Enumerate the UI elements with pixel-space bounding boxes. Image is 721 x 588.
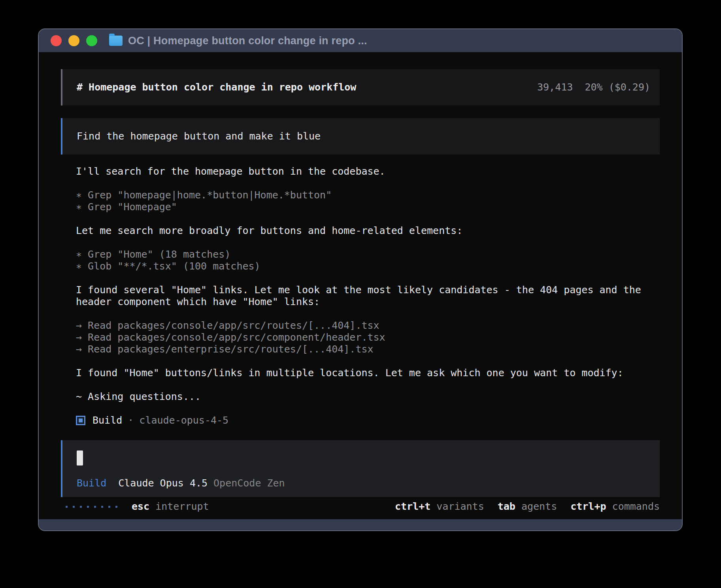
minimize-button[interactable]: [68, 35, 79, 46]
activity-dot: [115, 506, 117, 508]
statusbar-shortcuts: ctrl+t variants tab agents ctrl+p comman…: [395, 501, 660, 513]
assistant-paragraph: I'll search for the homepage button in t…: [76, 166, 660, 177]
shortcut-label: agents: [515, 501, 557, 512]
activity-dots: [66, 506, 117, 508]
activity-dot: [108, 506, 110, 508]
agent-status-line: Build · claude-opus-4-5: [76, 415, 660, 426]
tool-call-read: → Read packages/console/app/src/componen…: [76, 332, 660, 343]
agent-separator: ·: [128, 415, 134, 426]
prompt-input[interactable]: Build Claude Opus 4.5 OpenCode Zen: [61, 440, 660, 497]
shortcut-key: ctrl+t: [395, 501, 430, 512]
window-title: OC | Homepage button color change in rep…: [128, 35, 367, 47]
tool-call-read: → Read packages/enterprise/src/routes/[.…: [76, 343, 660, 355]
activity-dot: [66, 506, 68, 508]
agent-icon: [76, 416, 85, 425]
shortcut-key: ctrl+p: [570, 501, 606, 512]
agent-name: Build: [92, 415, 122, 426]
statusbar: esc interrupt ctrl+t variants tab agents…: [61, 497, 660, 519]
agent-icon-dot: [79, 418, 83, 422]
titlebar[interactable]: OC | Homepage button color change in rep…: [39, 29, 682, 52]
activity-dot: [80, 506, 82, 508]
desktop-background: OC | Homepage button color change in rep…: [0, 0, 721, 588]
activity-dot: [73, 506, 75, 508]
user-message-block: Find the homepage button and make it blu…: [61, 118, 660, 155]
shortcut-key: esc: [132, 501, 149, 512]
window-bottom-bar: [39, 519, 682, 530]
text-cursor: [77, 450, 83, 466]
tool-call-grep: ∗ Grep "Home" (18 matches): [76, 249, 660, 260]
tool-call-glob: ∗ Glob "**/*.tsx" (100 matches): [76, 260, 660, 272]
session-title: # Homepage button color change in repo w…: [77, 81, 356, 93]
assistant-paragraph: I found "Home" buttons/links in multiple…: [76, 367, 660, 379]
tool-call-grep: ∗ Grep "homepage|home.*button|Home.*butt…: [76, 189, 660, 201]
agent-model: claude-opus-4-5: [139, 415, 228, 426]
maximize-button[interactable]: [86, 35, 97, 46]
assistant-paragraph: Let me search more broadly for buttons a…: [76, 225, 660, 237]
input-model-line: Build Claude Opus 4.5 OpenCode Zen: [77, 477, 650, 489]
traffic-lights: [51, 35, 97, 46]
shortcut-label: variants: [430, 501, 484, 512]
assistant-activity-status: ~ Asking questions...: [76, 391, 660, 403]
shortcut-interrupt[interactable]: esc interrupt: [132, 501, 209, 513]
agent-mode-label[interactable]: Build: [77, 477, 106, 489]
assistant-paragraph: I found several "Home" links. Let me loo…: [76, 284, 660, 308]
session-header: # Homepage button color change in repo w…: [61, 69, 660, 106]
user-message-text: Find the homepage button and make it blu…: [77, 130, 321, 142]
tool-call-grep: ∗ Grep "Homepage": [76, 201, 660, 213]
terminal-window: OC | Homepage button color change in rep…: [38, 28, 683, 531]
activity-dot: [101, 506, 103, 508]
provider-name: OpenCode Zen: [213, 477, 285, 489]
shortcut-commands[interactable]: ctrl+p commands: [570, 501, 660, 513]
shortcut-label: commands: [606, 501, 660, 512]
activity-dot: [87, 506, 89, 508]
terminal-content: # Homepage button color change in repo w…: [39, 52, 682, 519]
tool-call-group: ∗ Grep "Home" (18 matches) ∗ Glob "**/*.…: [76, 249, 660, 272]
shortcut-agents[interactable]: tab agents: [498, 501, 557, 513]
shortcut-key: tab: [498, 501, 515, 512]
tool-call-read: → Read packages/console/app/src/routes/[…: [76, 320, 660, 332]
activity-dot: [94, 506, 96, 508]
close-button[interactable]: [51, 35, 62, 46]
tool-call-group: → Read packages/console/app/src/routes/[…: [76, 320, 660, 355]
session-stats: 39,413 20% ($0.29): [537, 81, 650, 93]
model-name[interactable]: Claude Opus 4.5: [118, 477, 208, 489]
shortcut-label: interrupt: [149, 501, 209, 512]
tool-call-group: ∗ Grep "homepage|home.*button|Home.*butt…: [76, 189, 660, 213]
folder-icon: [109, 36, 123, 46]
shortcut-variants[interactable]: ctrl+t variants: [395, 501, 484, 513]
